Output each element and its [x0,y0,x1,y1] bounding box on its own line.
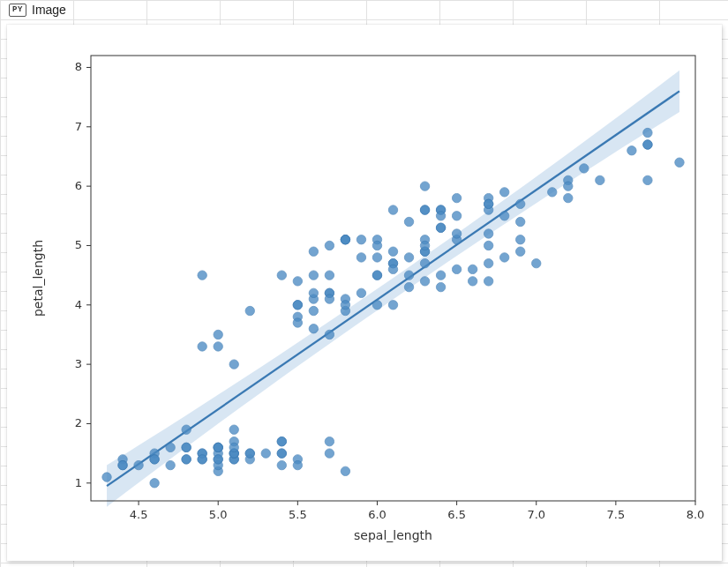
data-point [341,466,349,475]
data-point [309,325,318,333]
data-point [356,288,365,297]
data-point [309,247,318,256]
data-point [548,188,557,197]
x-tick-label: 4.5 [130,508,148,521]
data-point [499,188,508,197]
data-point [468,265,477,273]
data-point [198,455,206,464]
data-point [182,425,191,434]
data-point [198,342,206,351]
y-tick-label: 1 [75,476,82,489]
data-point [150,479,159,488]
data-point [452,193,461,202]
data-point [372,241,381,250]
data-point [325,241,334,250]
data-point [356,235,365,244]
data-point [420,241,429,250]
y-tick-label: 6 [75,179,82,192]
x-tick-label: 6.0 [368,508,387,521]
data-point [675,158,684,167]
data-point [134,460,143,469]
data-point [516,199,525,208]
data-point [325,436,334,445]
y-tick-label: 7 [75,120,82,133]
data-point [420,258,429,267]
data-point [564,193,573,202]
data-point [229,425,238,434]
data-point [341,301,349,310]
data-point [309,288,318,297]
data-point [277,460,286,469]
data-point [436,212,445,220]
data-point [516,247,525,256]
data-point [452,265,461,273]
data-point [166,443,175,451]
data-point [182,455,191,464]
output-image-card[interactable]: 4.55.05.56.06.57.07.58.012345678sepal_le… [7,25,722,561]
data-point [499,212,508,220]
data-point [484,229,492,238]
data-point [309,271,318,280]
data-point [309,306,318,315]
data-point [404,217,413,226]
data-point [261,449,270,458]
data-point [293,318,302,327]
data-point [277,449,286,458]
data-point [436,271,445,280]
data-point [198,271,206,280]
x-tick-label: 7.0 [527,508,545,521]
data-point [532,258,541,267]
data-point [356,253,365,262]
cell-type-indicator: PY Image [9,3,66,17]
data-point [325,330,334,339]
data-point [596,175,604,184]
data-point [293,301,302,310]
x-tick-label: 7.5 [607,508,626,521]
cell-type-label: Image [32,3,66,17]
data-point [420,277,429,286]
data-point [325,271,334,280]
data-point [484,277,492,286]
data-point [182,443,191,451]
data-point [293,460,302,469]
x-tick-label: 8.0 [687,508,705,521]
data-point [150,455,159,464]
data-point [484,199,492,208]
data-point [436,282,445,291]
data-point [404,253,413,262]
y-axis-label: petal_length [31,240,45,317]
data-point [484,258,492,267]
x-tick-label: 5.5 [289,508,307,521]
data-point [277,436,286,445]
x-tick-label: 5.0 [209,508,228,521]
data-point [643,128,652,137]
data-point [341,235,349,244]
data-point [420,182,429,190]
data-point [166,460,175,469]
data-point [214,455,222,464]
y-tick-label: 5 [75,238,82,251]
data-point [214,330,222,339]
data-point [388,205,397,214]
data-point [118,460,127,469]
y-tick-label: 3 [75,357,82,370]
data-point [404,271,413,280]
data-point [293,277,302,286]
data-point [627,146,636,155]
data-point [420,205,429,214]
data-point [452,229,461,238]
data-point [564,182,573,190]
regression-scatter-chart: 4.55.05.56.06.57.07.58.012345678sepal_le… [7,25,722,561]
data-point [436,223,445,232]
data-point [229,443,238,451]
data-point [404,282,413,291]
python-badge-icon: PY [9,4,26,17]
data-point [388,301,397,310]
data-point [214,342,222,351]
data-point [468,277,477,286]
data-point [499,253,508,262]
data-point [372,253,381,262]
data-point [372,301,381,310]
data-point [484,241,492,250]
data-point [388,247,397,256]
